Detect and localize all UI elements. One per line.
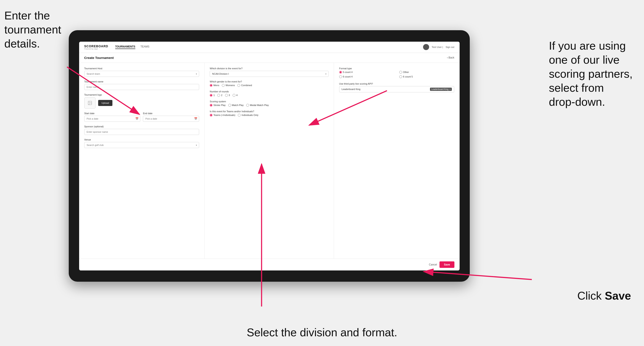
- annotation-top-left: Enter the tournament details.: [4, 9, 61, 51]
- host-select-wrapper: [84, 71, 199, 77]
- search-team-input[interactable]: [84, 71, 199, 77]
- rounds-4-radio[interactable]: [232, 94, 236, 97]
- rounds-3[interactable]: 3: [225, 94, 230, 97]
- end-date-input[interactable]: [143, 116, 199, 122]
- format-label: Format type: [339, 67, 454, 70]
- navbar: SCOREBOARD Powered by clippi TOURNAMENTS…: [79, 42, 460, 53]
- sign-out-link[interactable]: Sign out: [446, 46, 454, 48]
- start-date-label: Start date: [84, 112, 140, 115]
- format-5count4-label: 5 count 4: [343, 71, 352, 73]
- end-calendar-icon: 📅: [194, 117, 197, 120]
- event-individuals-label: Individuals Only: [242, 114, 258, 116]
- sponsor-group: Sponsor (optional): [84, 125, 199, 135]
- gender-womens[interactable]: Womens: [222, 84, 235, 87]
- rounds-3-label: 3: [229, 94, 230, 96]
- live-scoring-input-wrapper: Leaderboard King Leaderboard King ×: [339, 86, 454, 92]
- gender-womens-radio[interactable]: [222, 84, 224, 87]
- venue-group: Venue: [84, 138, 199, 148]
- live-scoring-group: Use third-party live scoring API? Leader…: [339, 82, 454, 92]
- format-6count5-label: 6 count 5: [403, 75, 413, 78]
- form-body: Tournament Host Tournament name Tourname…: [79, 63, 460, 259]
- rounds-3-radio[interactable]: [225, 94, 228, 97]
- dates-group: Start date 📅 End date 📅: [84, 112, 199, 122]
- event-teams[interactable]: Teams (+Individuals): [210, 114, 235, 117]
- navbar-links: TOURNAMENTS TEAMS: [115, 45, 423, 49]
- rounds-1-radio[interactable]: [210, 94, 212, 97]
- start-date-input[interactable]: [84, 116, 140, 122]
- nav-teams[interactable]: TEAMS: [140, 45, 150, 49]
- format-6count5[interactable]: 6 count 5: [399, 75, 454, 78]
- gender-group: Which gender is the event for? Mens Wome…: [210, 80, 328, 87]
- search-golf-club-input[interactable]: [84, 142, 199, 148]
- division-label: Which division is the event for?: [210, 67, 328, 70]
- tablet-device: SCOREBOARD Powered by clippi TOURNAMENTS…: [69, 30, 470, 282]
- back-link[interactable]: ‹ Back: [447, 56, 454, 59]
- user-avatar: [423, 44, 429, 50]
- event-teams-label: Teams (+Individuals): [213, 114, 235, 116]
- format-other[interactable]: Other: [399, 71, 454, 74]
- name-label: Tournament name: [84, 80, 199, 83]
- gender-mens[interactable]: Mens: [210, 84, 219, 87]
- user-text: Test User |: [432, 46, 443, 48]
- format-5count4-radio[interactable]: [339, 71, 342, 74]
- sponsor-input[interactable]: [84, 129, 199, 135]
- scoring-stroke-label: Stroke Play: [213, 104, 226, 106]
- rounds-4[interactable]: 4: [232, 94, 238, 97]
- scoring-match-radio[interactable]: [228, 104, 231, 107]
- host-label: Tournament Host: [84, 67, 199, 70]
- rounds-2[interactable]: 2: [217, 94, 222, 97]
- sponsor-label: Sponsor (optional): [84, 125, 199, 128]
- format-other-label: Other: [403, 71, 409, 73]
- end-date-label: End date: [143, 112, 199, 115]
- upload-button[interactable]: Upload: [98, 100, 113, 106]
- annotation-bottom-right: Click Save: [577, 289, 631, 303]
- tournament-name-input[interactable]: [84, 84, 199, 90]
- event-individuals[interactable]: Individuals Only: [238, 114, 258, 117]
- tablet-screen: SCOREBOARD Powered by clippi TOURNAMENTS…: [79, 42, 460, 270]
- live-scoring-label: Use third-party live scoring API?: [339, 82, 454, 85]
- scoring-tag-remove[interactable]: ×: [450, 88, 451, 90]
- rounds-4-label: 4: [236, 94, 238, 96]
- scoring-match[interactable]: Match Play: [228, 104, 244, 107]
- gender-radio-group: Mens Womens Combined: [210, 84, 328, 87]
- scoring-medal[interactable]: Medal Match Play: [246, 104, 269, 107]
- scoring-stroke-radio[interactable]: [210, 104, 212, 107]
- venue-select-wrapper: [84, 142, 199, 148]
- scoring-stroke[interactable]: Stroke Play: [210, 104, 226, 107]
- division-select[interactable]: NCAA Division I: [210, 71, 328, 77]
- rounds-2-radio[interactable]: [217, 94, 220, 97]
- format-6count5-radio[interactable]: [399, 75, 402, 78]
- event-for-group: Is this event for Teams and/or Individua…: [210, 110, 328, 117]
- gender-combined-radio[interactable]: [237, 84, 240, 87]
- format-5count4[interactable]: 5 count 4: [339, 71, 394, 74]
- division-select-wrapper: NCAA Division I: [210, 71, 328, 77]
- scoring-medal-label: Medal Match Play: [250, 104, 269, 106]
- event-teams-radio[interactable]: [210, 114, 212, 117]
- end-date-wrapper: 📅: [143, 116, 199, 122]
- click-save-bold: Save: [605, 289, 631, 302]
- rounds-1[interactable]: 1: [210, 94, 215, 97]
- rounds-group: Number of rounds 1 2: [210, 90, 328, 97]
- gender-label: Which gender is the event for?: [210, 80, 328, 83]
- gender-mens-label: Mens: [213, 84, 219, 87]
- create-header: Create Tournament ‹ Back: [79, 53, 460, 63]
- brand-title: SCOREBOARD: [84, 44, 108, 48]
- scoring-label: Scoring system: [210, 100, 328, 103]
- format-6count4[interactable]: 6 count 4: [339, 75, 394, 78]
- gender-mens-radio[interactable]: [210, 84, 212, 87]
- save-button[interactable]: Save: [440, 261, 454, 268]
- venue-label: Venue: [84, 138, 199, 141]
- scoring-medal-radio[interactable]: [246, 104, 249, 107]
- logo-group: Tournament logo Upload: [84, 93, 199, 109]
- nav-tournaments[interactable]: TOURNAMENTS: [115, 45, 135, 49]
- cancel-button[interactable]: Cancel: [429, 263, 437, 266]
- brand-subtitle: Powered by clippi: [84, 48, 108, 50]
- format-grid: 5 count 4 Other 6 count 4: [339, 71, 454, 78]
- format-other-radio[interactable]: [399, 71, 402, 74]
- gender-combined[interactable]: Combined: [237, 84, 252, 87]
- format-type-group: Format type 5 count 4 Other: [339, 67, 454, 78]
- format-6count4-radio[interactable]: [339, 75, 342, 78]
- event-individuals-radio[interactable]: [238, 114, 240, 117]
- scoring-tag: Leaderboard King ×: [430, 88, 452, 91]
- navbar-right: Test User | Sign out: [423, 44, 454, 50]
